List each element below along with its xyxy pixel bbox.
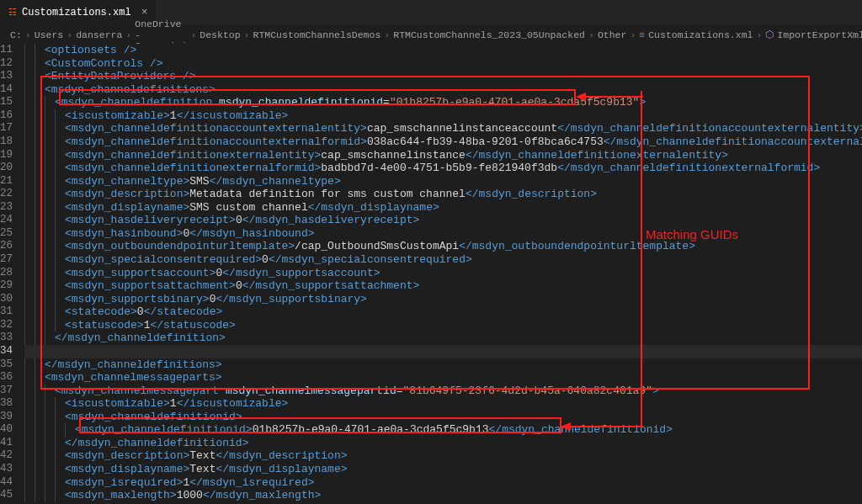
- arrow-vertical: [636, 91, 647, 427]
- line-number: 13: [0, 70, 13, 83]
- line-number: 12: [0, 57, 13, 71]
- line-number: 43: [0, 463, 13, 476]
- breadcrumb[interactable]: C:›Users›danserra›OneDrive - Capgemini›D…: [0, 25, 862, 44]
- svg-marker-1: [576, 93, 586, 101]
- code-line[interactable]: <msdyn_channelmessageparts>: [24, 371, 862, 385]
- code-line[interactable]: <EntityDataProviders />: [24, 70, 862, 83]
- code-line[interactable]: </msdyn_channeldefinition>: [24, 332, 862, 345]
- code-line[interactable]: <msdyn_channeldefinitionexternalformid>b…: [24, 162, 862, 175]
- code-line[interactable]: <CustomControls />: [24, 57, 862, 71]
- breadcrumb-sep: ›: [67, 29, 72, 40]
- code-line[interactable]: <msdyn_isrequired>1</msdyn_isrequired>: [24, 476, 862, 490]
- breadcrumb-sep: ›: [190, 29, 196, 40]
- code-line[interactable]: <msdyn_specialconsentrequired>0</msdyn_s…: [24, 253, 862, 267]
- code-line[interactable]: <msdyn_channelmessagepart msdyn_channelm…: [24, 385, 862, 398]
- code-line[interactable]: [24, 345, 862, 358]
- line-number: 11: [0, 44, 13, 57]
- breadcrumb-item[interactable]: Customizations.xml: [648, 29, 753, 40]
- code-line[interactable]: <msdyn_description>Metadata definition f…: [24, 188, 862, 201]
- code-line[interactable]: <msdyn_displayname>SMS custom channel</m…: [24, 201, 862, 215]
- code-line[interactable]: <msdyn_channeldefinitions>: [24, 83, 862, 97]
- line-number: 20: [0, 162, 13, 175]
- code-line[interactable]: <optionsets />: [24, 44, 862, 57]
- breadcrumb-item[interactable]: ImportExportXml: [777, 29, 862, 40]
- line-number: 31: [0, 305, 13, 319]
- file-tab[interactable]: ☷ Customizations.xml ×: [0, 0, 156, 24]
- line-number: 32: [0, 319, 13, 332]
- svg-marker-4: [561, 422, 571, 431]
- line-number: 30: [0, 293, 13, 306]
- line-number: 17: [0, 122, 13, 135]
- code-line[interactable]: <msdyn_channeldefinition msdyn_channelde…: [24, 96, 862, 109]
- line-number: 34: [0, 345, 13, 358]
- arrow-top: [576, 91, 643, 103]
- xml-icon: ≡: [639, 29, 645, 40]
- code-editor[interactable]: 1112131415161718192021222324252627282930…: [0, 44, 862, 504]
- code-line[interactable]: <msdyn_supportsbinary>0</msdyn_supportsb…: [24, 293, 862, 306]
- line-number: 19: [0, 149, 13, 162]
- line-number: 27: [0, 253, 13, 267]
- breadcrumb-sep: ›: [25, 29, 31, 40]
- breadcrumb-item[interactable]: C:: [10, 29, 22, 40]
- code-line[interactable]: <msdyn_displayname>Text</msdyn_displayna…: [24, 463, 862, 476]
- code-line[interactable]: <statecode>0</statecode>: [24, 305, 862, 319]
- line-number: 25: [0, 227, 13, 241]
- code-line[interactable]: <iscustomizable>1</iscustomizable>: [24, 109, 862, 123]
- breadcrumb-item[interactable]: Other: [598, 29, 627, 40]
- breadcrumb-item[interactable]: danserra: [76, 29, 122, 40]
- breadcrumb-sep: ›: [756, 29, 762, 40]
- line-number: 40: [0, 423, 13, 437]
- line-number: 38: [0, 397, 13, 411]
- line-number: 23: [0, 201, 13, 215]
- code-line[interactable]: <msdyn_supportsattachment>0</msdyn_suppo…: [24, 279, 862, 293]
- close-icon[interactable]: ×: [141, 6, 148, 19]
- code-line[interactable]: <msdyn_channeldefinitionexternalentity>c…: [24, 149, 862, 162]
- code-line[interactable]: <iscustomizable>1</iscustomizable>: [24, 397, 862, 411]
- line-number: 28: [0, 267, 13, 280]
- line-number: 29: [0, 279, 13, 293]
- code-line[interactable]: <msdyn_maxlength>1000</msdyn_maxlength>: [24, 489, 862, 502]
- code-line[interactable]: <msdyn_supportsaccount>0</msdyn_supports…: [24, 267, 862, 280]
- line-number: 15: [0, 96, 13, 109]
- line-number: 39: [0, 411, 13, 424]
- line-number: 36: [0, 371, 13, 385]
- breadcrumb-sep: ›: [125, 29, 131, 40]
- node-icon: ⬡: [765, 29, 774, 40]
- code-line[interactable]: </msdyn_channeldefinitions>: [24, 358, 862, 372]
- line-number: 24: [0, 214, 13, 227]
- line-number: 26: [0, 240, 13, 253]
- code-line[interactable]: <msdyn_channeldefinitionid>01b8257b-e9a0…: [24, 423, 862, 437]
- breadcrumb-sep: ›: [384, 29, 390, 40]
- arrow-bottom: [561, 421, 643, 432]
- line-number: 41: [0, 437, 13, 450]
- line-number: 42: [0, 449, 13, 463]
- breadcrumb-sep: ›: [244, 29, 250, 40]
- code-line[interactable]: <msdyn_outboundendpointurltemplate>/cap_…: [24, 240, 862, 253]
- breadcrumb-item[interactable]: Users: [35, 29, 64, 40]
- line-gutter: 1112131415161718192021222324252627282930…: [0, 44, 24, 504]
- breadcrumb-item[interactable]: RTMCustomChannels_2023_05Unpacked: [393, 29, 585, 40]
- line-number: 21: [0, 175, 13, 188]
- line-number: 37: [0, 385, 13, 398]
- code-line[interactable]: <msdyn_channeldefinitionid>: [24, 411, 862, 424]
- line-number: 18: [0, 135, 13, 149]
- code-line[interactable]: <msdyn_channeldefinitionaccountexternale…: [24, 122, 862, 135]
- code-area[interactable]: <optionsets /><CustomControls /><EntityD…: [24, 44, 862, 504]
- breadcrumb-item[interactable]: Desktop: [200, 29, 240, 40]
- line-number: 14: [0, 83, 13, 97]
- code-line[interactable]: <statuscode>1</statuscode>: [24, 319, 862, 332]
- line-number: 35: [0, 358, 13, 372]
- code-line[interactable]: <msdyn_channeltype>SMS</msdyn_channeltyp…: [24, 175, 862, 188]
- code-line[interactable]: </msdyn_channeldefinitionid>: [24, 437, 862, 450]
- code-line[interactable]: <msdyn_description>Text</msdyn_descripti…: [24, 449, 862, 463]
- line-number: 44: [0, 476, 13, 490]
- line-number: 45: [0, 489, 13, 502]
- code-line[interactable]: <msdyn_channeldefinitionaccountexternalf…: [24, 135, 862, 149]
- xml-file-icon: ☷: [8, 7, 17, 18]
- annotation-label: Matching GUIDs: [646, 227, 738, 241]
- code-line[interactable]: <msdyn_hasdeliveryreceipt>0</msdyn_hasde…: [24, 214, 862, 227]
- line-number: 33: [0, 332, 13, 345]
- tab-bar: ☷ Customizations.xml ×: [0, 0, 862, 25]
- breadcrumb-item[interactable]: RTMCustomChannelsDemos: [253, 29, 381, 40]
- breadcrumb-sep: ›: [588, 29, 594, 40]
